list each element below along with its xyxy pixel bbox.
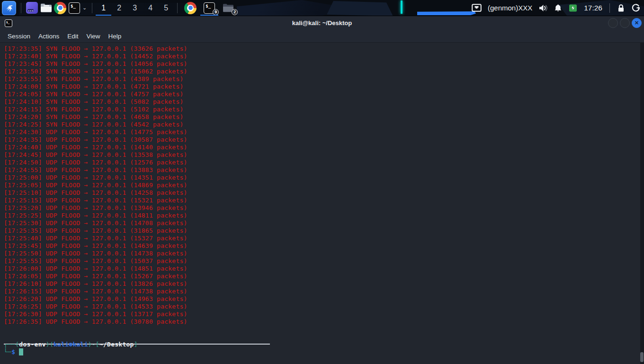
prompt-path: ~/Desktop <box>99 341 134 348</box>
prompt-line-1: ┌──(dos-env)(kali⊛kali)-[~/Desktop] <box>4 341 644 348</box>
log-line: [17:25:05] UDP FLOOD → 127.0.0.1 (14869 … <box>4 182 644 189</box>
terminal-window: $_ kali@kali: ~/Desktop ✕ Session Action… <box>0 16 644 364</box>
flood-log: [17:23:35] SYN FLOOD → 127.0.0.1 (33626 … <box>4 45 644 326</box>
log-line: [17:24:30] UDP FLOOD → 127.0.0.1 (14775 … <box>4 128 644 136</box>
kali-menu-button[interactable] <box>2 1 16 15</box>
log-line: [17:25:00] UDP FLOOD → 127.0.0.1 (14351 … <box>4 174 644 182</box>
log-line: [17:24:10] SYN FLOOD → 127.0.0.1 (5082 p… <box>4 98 644 106</box>
log-line: [17:25:45] UDP FLOOD → 127.0.0.1 (14639 … <box>4 242 644 250</box>
wallpaper-cyan-bar <box>401 0 402 14</box>
log-line: [17:25:10] UDP FLOOD → 127.0.0.1 (14258 … <box>4 189 644 197</box>
log-line: [17:25:15] UDP FLOOD → 127.0.0.1 (15321 … <box>4 197 644 204</box>
taskbar-item-terminal[interactable]: $_ 9 <box>200 0 219 16</box>
clock[interactable]: 17:26 <box>584 4 602 12</box>
workspace-3[interactable]: 3 <box>127 0 143 16</box>
genmon-plugin-label[interactable]: (genmon)XXX <box>488 4 532 12</box>
log-line: [17:25:50] UDP FLOOD → 127.0.0.1 (14738 … <box>4 250 644 257</box>
workspace-1[interactable]: 1 <box>96 0 111 16</box>
menu-session[interactable]: Session <box>8 33 30 40</box>
log-line: [17:24:00] SYN FLOOD → 127.0.0.1 (4721 p… <box>4 83 644 91</box>
log-line: [17:24:35] UDP FLOOD → 127.0.0.1 (30587 … <box>4 136 644 144</box>
window-title: kali@kali: ~/Desktop <box>0 19 644 27</box>
minimize-button[interactable] <box>608 18 618 28</box>
file-manager-icon <box>40 3 52 13</box>
log-line: [17:25:30] UDP FLOOD → 127.0.0.1 (14708 … <box>4 219 644 227</box>
bell-icon[interactable] <box>554 4 562 12</box>
panel-separator <box>92 3 92 13</box>
log-line: [17:24:45] UDP FLOOD → 127.0.0.1 (13538 … <box>4 151 644 159</box>
log-line: [17:24:20] SYN FLOOD → 127.0.0.1 (4658 p… <box>4 113 644 121</box>
lock-icon[interactable] <box>617 4 625 12</box>
window-titlebar[interactable]: $_ kali@kali: ~/Desktop ✕ <box>0 16 644 30</box>
panel-separator <box>21 3 21 13</box>
kali-dragon-icon <box>4 3 14 13</box>
top-panel: $_ ⌄ 1 2 3 4 5 $_ 9 2 <box>0 0 644 16</box>
menu-edit[interactable]: Edit <box>67 33 78 40</box>
terminal-icon: $_ <box>69 2 80 14</box>
launcher-terminal[interactable]: $_ <box>67 1 81 15</box>
window-menubar: Session Actions Edit View Help <box>0 30 644 43</box>
scrollbar-track[interactable] <box>640 43 644 364</box>
menu-view[interactable]: View <box>87 33 100 40</box>
terminal-content[interactable]: [17:23:35] SYN FLOOD → 127.0.0.1 (33626 … <box>0 43 644 364</box>
prompt-venv: dos-env <box>19 341 46 348</box>
prompt-frame: └─ <box>4 348 11 355</box>
blank-line <box>4 333 644 341</box>
log-line: [17:24:55] UDP FLOOD → 127.0.0.1 (13883 … <box>4 166 644 174</box>
scrollbar-thumb[interactable] <box>640 352 644 362</box>
log-line: [17:26:35] UDP FLOOD → 127.0.0.1 (30780 … <box>4 318 644 326</box>
battery-charging-icon[interactable] <box>568 3 578 13</box>
log-line: [17:25:40] UDP FLOOD → 127.0.0.1 (15327 … <box>4 235 644 242</box>
prompt-dollar: $ <box>11 348 15 355</box>
log-line: [17:24:05] SYN FLOOD → 127.0.0.1 (4757 p… <box>4 91 644 98</box>
log-divider-row <box>4 326 644 333</box>
taskbar-item-file-manager[interactable]: 2 <box>219 0 238 16</box>
prompt-frame: )( <box>46 341 54 348</box>
prompt-user: kali <box>54 341 69 348</box>
prompt-frame: ┌──( <box>4 341 19 348</box>
menu-actions[interactable]: Actions <box>38 33 59 40</box>
terminal-window-count-badge: 9 <box>213 9 219 15</box>
panel-left-cluster: $_ ⌄ 1 2 3 4 5 $_ 9 2 <box>0 0 238 16</box>
wallpaper-shape <box>237 0 355 16</box>
log-line: [17:26:20] UDP FLOOD → 127.0.0.1 (14963 … <box>4 295 644 303</box>
log-line: [17:23:35] SYN FLOOD → 127.0.0.1 (33626 … <box>4 45 644 53</box>
log-line: [17:26:10] UDP FLOOD → 127.0.0.1 (13826 … <box>4 280 644 288</box>
network-port-icon[interactable] <box>472 4 482 12</box>
log-line: [17:26:15] UDP FLOOD → 127.0.0.1 (14738 … <box>4 288 644 295</box>
log-line: [17:24:15] SYN FLOOD → 127.0.0.1 (5102 p… <box>4 106 644 113</box>
maximize-button[interactable] <box>620 18 630 28</box>
log-line: [17:24:40] UDP FLOOD → 127.0.0.1 (14140 … <box>4 144 644 151</box>
panel-separator <box>177 3 178 13</box>
files-window-count-badge: 2 <box>232 9 238 15</box>
volume-icon[interactable] <box>538 4 548 12</box>
log-line: [17:26:25] UDP FLOOD → 127.0.0.1 (14533 … <box>4 303 644 310</box>
log-line: [17:24:50] UDP FLOOD → 127.0.0.1 (12576 … <box>4 159 644 166</box>
chevron-down-icon[interactable]: ⌄ <box>82 5 87 11</box>
workspace-2[interactable]: 2 <box>111 0 127 16</box>
close-button[interactable]: ✕ <box>632 18 642 28</box>
wallpaper-blue-streak <box>417 11 476 15</box>
launcher-app-window[interactable] <box>25 1 39 15</box>
panel-separator <box>609 3 610 13</box>
log-line: [17:26:05] UDP FLOOD → 127.0.0.1 (15267 … <box>4 273 644 280</box>
launcher-file-manager[interactable] <box>39 1 53 15</box>
chrome-icon <box>184 2 197 14</box>
terminal-cursor <box>19 348 23 355</box>
log-line: [17:25:20] UDP FLOOD → 127.0.0.1 (13946 … <box>4 204 644 212</box>
workspace-4[interactable]: 4 <box>143 0 158 16</box>
launcher-chrome[interactable] <box>53 1 67 15</box>
log-line: [17:23:40] SYN FLOOD → 127.0.0.1 (14452 … <box>4 53 644 60</box>
menu-help[interactable]: Help <box>108 33 122 40</box>
prompt-frame: ] <box>134 341 138 348</box>
chrome-icon <box>54 2 66 14</box>
taskbar-item-chrome[interactable] <box>181 0 200 16</box>
panel-right-cluster: (genmon)XXX 17:26 <box>472 0 644 16</box>
log-line: [17:23:55] SYN FLOOD → 127.0.0.1 (4389 p… <box>4 75 644 83</box>
workspace-5[interactable]: 5 <box>158 0 174 16</box>
log-line: [17:25:25] UDP FLOOD → 127.0.0.1 (14811 … <box>4 212 644 219</box>
prompt-host: kali <box>72 341 88 348</box>
wallpaper-shape <box>327 1 393 16</box>
log-line: [17:25:55] UDP FLOOD → 127.0.0.1 (15037 … <box>4 257 644 265</box>
logout-icon[interactable] <box>631 3 640 12</box>
